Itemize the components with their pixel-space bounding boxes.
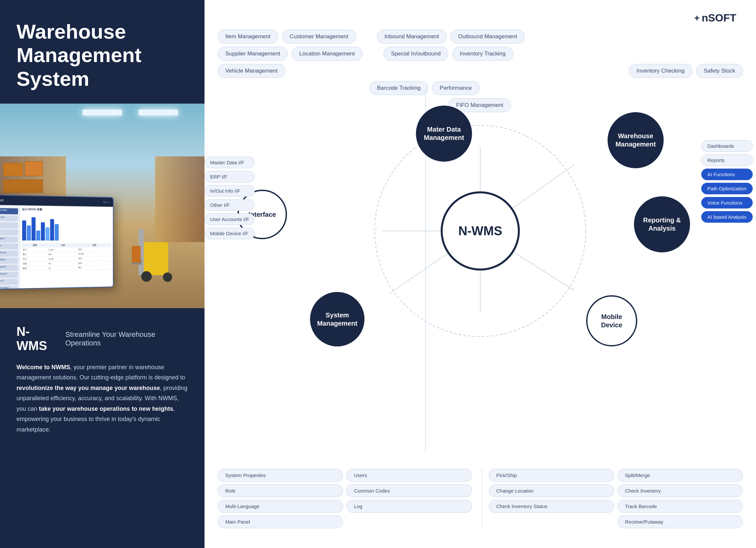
- left-panel: WarehouseManagementSystem: [0, 0, 205, 548]
- node-system: SystemManagement: [310, 292, 364, 346]
- pill-supplier-management: Supplier Management: [218, 47, 288, 61]
- pill-master-data-if: Master Data I/F: [205, 157, 255, 168]
- right-panel: + nSOFT Item Management Customer Managem…: [205, 0, 756, 548]
- pill-split-merge: Split/Merge: [617, 469, 743, 482]
- logo: + nSOFT: [694, 12, 736, 24]
- pill-user-accounts-if: User Accounts I/F: [205, 213, 255, 225]
- pill-outbound-management: Outbound Management: [451, 30, 525, 44]
- pill-inbound-management: Inbound Management: [377, 30, 447, 44]
- pill-reports: Reports: [701, 154, 753, 166]
- bottom-pills-area: System Properties Role Multi-Language Ma…: [218, 469, 743, 528]
- node-warehouse-management: WarehouseManagement: [608, 112, 664, 168]
- node-reporting-label: Reporting &Analysis: [639, 216, 685, 233]
- pill-special-inoutbound: Special In/outbound: [384, 47, 448, 61]
- pill-other-if: Other I/F: [205, 199, 255, 211]
- logo-plus-icon: +: [694, 13, 700, 23]
- logo-brand: nSOFT: [702, 12, 736, 24]
- pill-users: Users: [346, 469, 472, 482]
- pill-ai-functions: AI Functions: [701, 169, 753, 180]
- pill-inventory-checking: Inventory Checking: [629, 64, 692, 78]
- nwms-center-node: N-WMS: [441, 191, 520, 271]
- node-master-data-label: Mater DataManagement: [420, 125, 468, 142]
- pill-path-optimization: Path Optimization: [701, 183, 753, 194]
- pill-role: Role: [218, 484, 343, 497]
- pill-item-management: Item Management: [218, 30, 278, 44]
- pill-vehicle-management: Vehicle Management: [218, 64, 285, 78]
- pill-pick-ship: Pick/Ship: [489, 469, 614, 482]
- bottom-col-system-left: System Properties Role Multi-Language Ma…: [218, 469, 346, 528]
- pill-system-properties: System Properties: [218, 469, 343, 482]
- main-title: WarehouseManagementSystem: [16, 20, 188, 90]
- pill-erp-if: ERP I/F: [205, 171, 255, 182]
- left-bottom: N-WMS Streamline Your Warehouse Operatio…: [0, 308, 205, 548]
- nwms-badge: N-WMS: [16, 325, 59, 353]
- pill-track-barcode: Track Barcode: [617, 500, 743, 513]
- node-mobile-label: MobileDevice: [597, 313, 626, 329]
- pill-location-management: Location Management: [292, 47, 362, 61]
- pill-dashboards: Dashboards: [701, 140, 753, 152]
- pill-performance: Performance: [432, 81, 479, 95]
- pill-receive-putaway: Receive/Putaway: [617, 515, 743, 528]
- screen-mockup: N-WMS ✕ □ — Manage Data Warehouse Zone R…: [0, 195, 113, 290]
- node-reporting: Reporting &Analysis: [634, 196, 690, 252]
- pill-ai-based-analysis: AI based Analysis: [701, 211, 753, 223]
- bottom-col-mobile-left: Pick/Ship Change Location Check Inventor…: [489, 469, 617, 528]
- interface-pills-group: Master Data I/F ERP I/F In/Out Info I/F …: [205, 157, 255, 239]
- node-system-label: SystemManagement: [313, 311, 361, 328]
- pill-change-location: Change Location: [489, 484, 614, 497]
- diagram-container: Mater DataManagement WarehouseManagement…: [205, 96, 756, 366]
- pill-safety-stock: Safety Stock: [696, 64, 743, 78]
- left-header: WarehouseManagementSystem: [0, 0, 205, 104]
- node-warehouse-label: WarehouseManagement: [612, 132, 660, 148]
- pill-main-panel: Main Panel: [218, 515, 343, 528]
- pill-mobile-device-if: Mobile Device I/F: [205, 228, 255, 239]
- pill-log: Log: [346, 500, 472, 513]
- pill-multi-language: Multi-Language: [218, 500, 343, 513]
- node-master-data: Mater DataManagement: [416, 106, 472, 162]
- reporting-pills-group: Dashboards Reports AI Functions Path Opt…: [701, 140, 753, 223]
- bottom-divider: [482, 469, 482, 528]
- node-mobile: MobileDevice: [586, 295, 637, 346]
- pill-inout-info-if: In/Out Info I/F: [205, 185, 255, 197]
- pill-check-inventory-status: Check Inventory Status: [489, 500, 614, 513]
- pill-voice-functions: Voice Functions: [701, 197, 753, 209]
- pill-inventory-tracking: Inventory Tracking: [452, 47, 513, 61]
- pill-barcode-tracking: Barcode Tracking: [369, 81, 428, 95]
- pill-common-codes: Common Codes: [346, 484, 472, 497]
- bottom-col-mobile-right: Split/Merge Check Inventory Track Barcod…: [617, 469, 743, 528]
- pill-customer-management: Customer Management: [282, 30, 356, 44]
- nwms-subtitle: Streamline Your Warehouse Operations: [65, 330, 188, 347]
- bottom-col-system-right: Users Common Codes Log: [346, 469, 475, 528]
- warehouse-image: N-WMS ✕ □ — Manage Data Warehouse Zone R…: [0, 104, 205, 308]
- pill-check-inventory: Check Inventory: [617, 484, 743, 497]
- nwms-description: Welcome to NWMS, your premier partner in…: [16, 362, 188, 435]
